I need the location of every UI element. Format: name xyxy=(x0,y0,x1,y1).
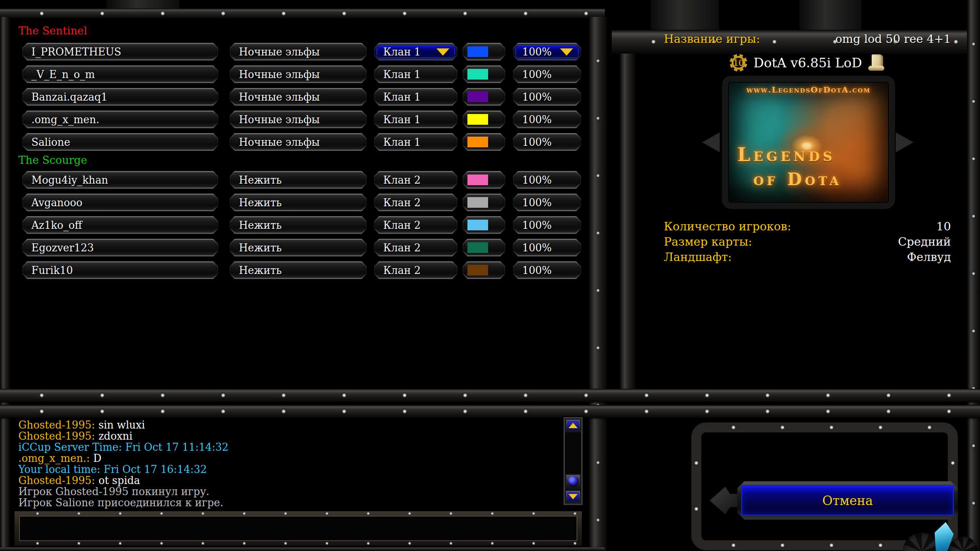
player-name-plate: Salione xyxy=(22,133,218,151)
chat-message: Игрок Ghosted-1995 покинул игру. xyxy=(18,486,550,497)
handicap-plate: 100% xyxy=(513,65,581,83)
color-plate xyxy=(462,261,505,279)
right-pillar-decor xyxy=(799,0,861,32)
terrain-label: Ландшафт: xyxy=(664,250,732,264)
clan-plate: Клан 2 xyxy=(374,261,457,279)
player-color-swatch xyxy=(467,174,488,185)
chat-message: Игрок Salione присоединился к игре. xyxy=(18,497,550,508)
race-plate: Нежить xyxy=(230,171,367,189)
chat-message: Ghosted-1995:sin wluxi xyxy=(18,419,550,430)
color-plate xyxy=(462,111,505,128)
race-plate: Ночные эльфы xyxy=(230,111,367,128)
player-color-swatch xyxy=(467,265,488,276)
map-title: DotA v6.85i LoD xyxy=(753,55,862,70)
player-name-plate: Az1ko_off xyxy=(22,216,218,234)
scroll-icon xyxy=(868,54,886,71)
chat-message: Ghosted-1995:zdoxni xyxy=(18,430,550,442)
bottom-metal-bar xyxy=(0,547,605,551)
clan-plate: Клан 1 xyxy=(374,133,457,151)
cancel-button[interactable]: Отмена xyxy=(737,481,958,520)
color-plate xyxy=(462,88,505,106)
player-row: Egozver123 Нежить Клан 2 100% xyxy=(0,239,605,256)
player-name-plate: Banzai.qazaq1 xyxy=(22,88,218,106)
race-plate: Нежить xyxy=(230,239,367,256)
chat-message: Your local time: Fri Oct 17 16:14:32 xyxy=(18,464,550,475)
color-plate xyxy=(462,171,505,189)
right-pillar-decor xyxy=(651,0,719,32)
handicap-dropdown[interactable]: 100% xyxy=(513,43,581,60)
triangle-up-icon xyxy=(568,423,578,428)
scroll-down-button[interactable] xyxy=(565,490,581,504)
map-size-value: Средний xyxy=(898,235,951,248)
clan-plate: Клан 1 xyxy=(374,65,457,83)
map-preview-art: www.LegendsOfDotA.com Legends of Dota xyxy=(729,83,888,202)
map-logo-line2: of Dota xyxy=(753,170,842,189)
terrain-value: Фелвуд xyxy=(907,250,951,264)
color-plate xyxy=(462,216,505,234)
color-plate xyxy=(462,239,505,256)
color-picker[interactable] xyxy=(462,43,505,60)
handicap-plate: 100% xyxy=(513,239,581,256)
rivet-strip xyxy=(17,541,580,546)
frame-arrow-right-icon xyxy=(896,132,913,152)
rivet-strip xyxy=(17,511,580,516)
clan-dropdown[interactable]: Клан 1 xyxy=(374,43,457,60)
team-header-scourge: The Scourge xyxy=(18,154,87,166)
scroll-up-button[interactable] xyxy=(565,419,581,432)
game-name-label: Название игры: xyxy=(664,32,760,46)
handicap-plate: 100% xyxy=(513,88,581,106)
player-color-swatch xyxy=(467,69,488,80)
player-name-plate: Furik10 xyxy=(22,261,218,279)
clan-plate: Клан 2 xyxy=(374,216,457,234)
player-row: Furik10 Нежить Клан 2 100% xyxy=(0,261,605,279)
race-plate: Ночные эльфы xyxy=(230,133,367,151)
race-plate: Ночные эльфы xyxy=(230,43,367,60)
player-color-swatch xyxy=(467,114,488,125)
player-row: Az1ko_off Нежить Клан 2 100% xyxy=(0,216,605,234)
player-name-plate: _V_E_n_o_m xyxy=(22,65,218,83)
map-site-text: www.LegendsOfDotA.com xyxy=(729,85,888,95)
blue-orb-icon xyxy=(567,476,579,487)
handicap-plate: 100% xyxy=(513,171,581,189)
player-row: Avganooo Нежить Клан 2 100% xyxy=(0,194,605,211)
color-plate xyxy=(462,194,505,211)
color-plate xyxy=(462,65,505,83)
chat-log: Ghosted-1995:sin wluxi Ghosted-1995:zdox… xyxy=(18,419,550,508)
top-metal-bar xyxy=(0,8,605,18)
chat-input[interactable] xyxy=(19,516,577,541)
race-plate: Ночные эльфы xyxy=(230,65,367,83)
player-row: Salione Ночные эльфы Клан 1 100% xyxy=(0,133,605,151)
chat-message: .omg_x_men.:D xyxy=(18,453,550,464)
right-panel-edge-strip xyxy=(619,54,635,389)
rivet-strip xyxy=(709,424,940,430)
race-plate: Ночные эльфы xyxy=(230,88,367,106)
triangle-down-icon xyxy=(568,494,578,499)
map-size-label: Размер карты: xyxy=(664,235,752,248)
rivet-strip xyxy=(693,440,699,533)
handicap-plate: 100% xyxy=(513,111,581,128)
cancel-button-label: Отмена xyxy=(741,485,954,516)
player-color-swatch xyxy=(467,91,488,102)
chat-input-frame xyxy=(14,510,583,546)
handicap-plate: 100% xyxy=(513,133,581,151)
chat-scrollbar[interactable] xyxy=(564,417,583,505)
players-count-value: 10 xyxy=(936,220,951,233)
handicap-plate: 100% xyxy=(513,216,581,234)
chevron-down-icon xyxy=(560,48,573,55)
right-edge-strip xyxy=(967,0,980,551)
handicap-plate: 100% xyxy=(513,261,581,279)
scrollbar-thumb[interactable] xyxy=(565,474,581,489)
clan-plate: Клан 2 xyxy=(374,194,457,211)
clan-plate: Клан 2 xyxy=(374,239,457,256)
player-name-plate: I_PROMETHEUS xyxy=(22,43,218,60)
map-logo-line1: Legends xyxy=(737,144,835,165)
player-name-plate: Mogu4iy_khan xyxy=(22,171,218,189)
separator-bar-upper xyxy=(0,389,980,402)
player-color-swatch xyxy=(467,46,488,57)
game-name-value: omg lod 50 ree 4+1 xyxy=(835,32,951,46)
player-color-swatch xyxy=(467,197,488,208)
race-plate: Нежить xyxy=(230,261,367,279)
player-color-swatch xyxy=(467,242,488,253)
players-count-label: Количество игроков: xyxy=(664,220,791,233)
player-name-plate: Egozver123 xyxy=(22,239,218,256)
